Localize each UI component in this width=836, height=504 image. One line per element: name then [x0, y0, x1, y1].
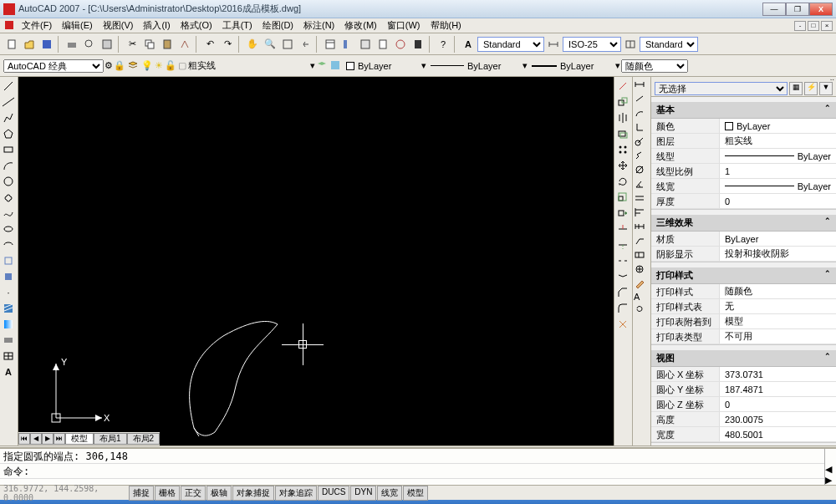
dimedit-icon[interactable] [634, 277, 650, 291]
prop-row[interactable]: 厚度0 [651, 194, 836, 209]
menu-编辑(E)[interactable]: 编辑(E) [57, 18, 98, 33]
menu-标注(N)[interactable]: 标注(N) [298, 18, 339, 33]
toolpalette-icon[interactable] [357, 36, 374, 53]
status-极轴[interactable]: 极轴 [206, 486, 232, 501]
prop-value[interactable]: 随颜色 [720, 284, 836, 298]
break-icon[interactable] [615, 253, 630, 268]
prop-row[interactable]: 线型比例1 [651, 164, 836, 179]
dimord-icon[interactable] [634, 121, 650, 135]
polygon-icon[interactable] [1, 126, 16, 141]
section-view[interactable]: 视图⌃ [651, 350, 836, 367]
menu-文件(F)[interactable]: 文件(F) [17, 18, 57, 33]
designcenter-icon[interactable] [339, 36, 356, 53]
mirror-icon[interactable] [615, 110, 630, 125]
tab-layout2[interactable]: 布局2 [127, 433, 161, 445]
erase-icon[interactable] [615, 79, 630, 94]
prop-row[interactable]: 打印表附着到模型 [651, 314, 836, 329]
prop-row[interactable]: 打印样式表无 [651, 299, 836, 314]
leader-icon[interactable] [634, 235, 650, 248]
layerprev-icon[interactable] [316, 59, 328, 73]
command-prompt[interactable]: 命令: [0, 464, 824, 479]
pan-icon[interactable]: ✋ [244, 36, 261, 53]
status-模型[interactable]: 模型 [403, 486, 428, 501]
status-栅格[interactable]: 栅格 [155, 486, 180, 501]
prop-value[interactable]: ByLayer [720, 119, 836, 133]
gradient-icon[interactable] [1, 317, 16, 332]
rectangle-icon[interactable] [1, 142, 16, 157]
region-icon[interactable] [1, 333, 16, 348]
trim-icon[interactable] [615, 221, 630, 237]
dimtedit-icon[interactable]: A [634, 292, 650, 302]
prop-row[interactable]: 图层粗实线 [651, 134, 836, 149]
dimstyle-combo[interactable]: ISO-25 [563, 37, 621, 52]
array-icon[interactable] [615, 142, 630, 157]
dimstyle-icon[interactable] [545, 36, 562, 53]
point-icon[interactable]: · [1, 285, 16, 300]
prop-value[interactable]: 无 [720, 299, 836, 313]
copy-obj-icon[interactable] [615, 94, 630, 109]
workspace-lock-icon[interactable]: 🔒 [114, 60, 125, 71]
dimdia-icon[interactable] [634, 164, 650, 177]
hatch-icon[interactable] [1, 301, 16, 316]
prop-value[interactable]: 投射和接收阴影 [720, 247, 836, 261]
dimarc-icon[interactable] [634, 107, 650, 120]
command-line[interactable]: 指定圆弧的端点: 306,148 命令:◀ ▶ [0, 448, 836, 485]
table-icon[interactable] [1, 349, 16, 364]
prop-value[interactable]: 230.0075 [720, 412, 836, 426]
drawing-canvas[interactable]: Y X ⏮ ◀ ▶ ⏭ 模型 布局1 布局2 [18, 77, 614, 445]
new-icon[interactable] [3, 36, 20, 53]
status-DUCS[interactable]: DUCS [318, 486, 349, 501]
tablestyle-icon[interactable] [622, 36, 639, 53]
props-icon[interactable] [322, 36, 339, 53]
status-捕捉[interactable]: 捕捉 [129, 486, 154, 501]
dimaligned-icon[interactable] [634, 93, 650, 106]
tolerance-icon[interactable] [634, 249, 650, 262]
prop-row[interactable]: 圆心 Y 坐标187.4871 [651, 382, 836, 397]
textstyle-combo[interactable]: Standard [477, 37, 544, 52]
prop-value[interactable]: ByLayer [720, 149, 836, 163]
tab-first[interactable]: ⏮ [18, 433, 30, 445]
stretch-icon[interactable] [615, 206, 630, 221]
join-icon[interactable] [615, 269, 630, 284]
layer-combo[interactable]: 💡☀🔓▢ 粗实线▾ [140, 59, 315, 72]
ellipse-icon[interactable] [1, 221, 16, 237]
prop-value[interactable]: ByLayer [720, 179, 836, 193]
linetype-combo[interactable]: ByLayer▾ [427, 60, 528, 71]
line-icon[interactable] [1, 79, 16, 94]
zoomprev-icon[interactable] [297, 36, 314, 53]
tab-layout1[interactable]: 布局1 [94, 433, 127, 445]
prop-row[interactable]: 宽度480.5001 [651, 427, 836, 442]
spline-icon[interactable] [1, 206, 16, 221]
dimrad-icon[interactable] [634, 135, 650, 149]
color-combo[interactable]: ByLayer▾ [343, 60, 426, 71]
prop-row[interactable]: 打印表类型不可用 [651, 329, 836, 344]
redo-icon[interactable]: ↷ [219, 36, 236, 53]
prop-value[interactable]: 373.0731 [720, 367, 836, 381]
qdim-icon[interactable] [634, 192, 650, 206]
dimlinear-icon[interactable] [634, 79, 650, 92]
maximize-button[interactable]: ❐ [786, 3, 809, 16]
section-3d[interactable]: 三维效果⌃ [651, 215, 836, 232]
dimcenter-icon[interactable] [634, 263, 650, 277]
fillet-icon[interactable] [615, 301, 630, 316]
scrollbar[interactable] [824, 449, 836, 464]
prop-row[interactable]: 高度230.0075 [651, 412, 836, 427]
dimang-icon[interactable] [634, 178, 650, 191]
minimize-button[interactable]: — [762, 3, 786, 16]
status-正交[interactable]: 正交 [181, 486, 206, 501]
selectobjects-icon[interactable]: ▼ [819, 82, 833, 95]
revcloud-icon[interactable] [1, 190, 16, 205]
insert-icon[interactable] [1, 253, 16, 268]
circle-icon[interactable] [1, 174, 16, 189]
workspace-settings-icon[interactable]: ⚙ [104, 60, 113, 71]
match-icon[interactable] [176, 36, 193, 53]
textstyle-icon[interactable]: A [460, 36, 477, 53]
doc-close[interactable]: × [821, 21, 833, 31]
chamfer-icon[interactable] [615, 285, 630, 300]
markup-icon[interactable] [392, 36, 409, 53]
status-DYN[interactable]: DYN [350, 486, 376, 501]
preview-icon[interactable] [81, 36, 98, 53]
prop-row[interactable]: 打印样式随颜色 [651, 284, 836, 299]
selection-combo[interactable]: 无选择 [655, 82, 788, 95]
tab-model[interactable]: 模型 [65, 433, 94, 445]
